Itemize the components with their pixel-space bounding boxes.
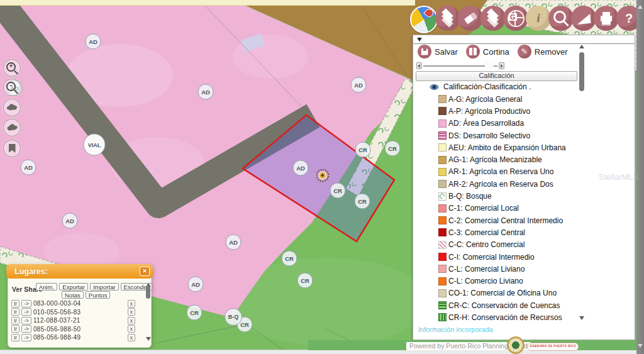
share-button[interactable]: -> (21, 334, 31, 341)
remove-row-button[interactable]: x (128, 308, 135, 316)
legend-item: C-3: Comercial Central (438, 226, 580, 238)
legend-swatch (438, 289, 447, 297)
add-bookmark-icon[interactable] (3, 140, 21, 157)
share-button[interactable]: -> (21, 317, 31, 324)
remove-row-button[interactable]: x (128, 325, 135, 333)
map-label-ad: AD (188, 277, 204, 292)
eraser-icon[interactable] (458, 6, 483, 31)
remove-row-button[interactable]: x (128, 334, 135, 341)
remove-row-button[interactable]: x (128, 317, 135, 324)
layers-panel: SalvarCortina✎Remover Calificación Calif… (413, 35, 635, 340)
map-label-ad: AD (351, 77, 367, 93)
legend-label: A-P: Agrícola Productivo (448, 107, 530, 116)
share-button[interactable]: -> (21, 325, 31, 333)
curtain-button[interactable]: Cortina (466, 45, 509, 58)
panel-scrollbar[interactable] (579, 43, 585, 328)
lugares-button-puntos[interactable]: Puntos (86, 291, 111, 299)
legend-title-row: Calificación-Clasificación . (430, 82, 531, 91)
visibility-eye-icon[interactable] (430, 84, 439, 90)
legend-swatch (438, 204, 447, 213)
map-label-ad: AD (198, 84, 214, 100)
legend-label: C-L: Comercio Liviano (448, 277, 523, 285)
zoom-in-icon[interactable]: + (3, 59, 21, 77)
scroll-thumb[interactable] (579, 52, 584, 91)
lugares-row: Ir->083-000-003-04x (6, 299, 153, 308)
save-button[interactable]: Salvar (418, 45, 458, 58)
slider-left-button[interactable] (416, 62, 422, 69)
legend-label: C-1: Comercial Local (448, 204, 519, 213)
slider-right-button[interactable] (499, 62, 504, 69)
layers-icon[interactable] (435, 6, 460, 31)
legend-swatch (438, 180, 447, 188)
legend-item: DS: Desarrollo Selectivo (438, 130, 580, 141)
share-button[interactable]: -> (21, 300, 31, 307)
go-button[interactable]: Ir (11, 325, 19, 333)
legend-swatch (438, 265, 447, 273)
opacity-slider[interactable] (416, 62, 504, 70)
lugares-button-anim[interactable]: Anim. (36, 283, 57, 290)
legend-item: C-L: Comercio Liviano (438, 275, 580, 287)
lugares-title: Lugares: (14, 267, 48, 276)
panel-collapse-bar[interactable] (413, 35, 635, 44)
map-label-cr: CR (297, 273, 313, 289)
legend-swatch (438, 216, 447, 224)
legend-item: C-I: Comercial Intermedio (438, 251, 580, 263)
map-edge-strip (0, 0, 415, 6)
scroll-down-icon[interactable] (579, 316, 584, 320)
remove-row-button[interactable]: x (128, 300, 135, 307)
informacion-incorporada-link[interactable]: Información incorporada (418, 326, 493, 333)
measure-icon[interactable] (571, 6, 596, 31)
pan-hand-icon[interactable] (3, 99, 21, 116)
lugares-button-importar[interactable]: Importar (90, 283, 118, 290)
legend-title: Calificación-Clasificación . (443, 82, 531, 91)
map-label-ad: AD (226, 235, 242, 250)
share-button[interactable]: -> (21, 308, 31, 316)
lugares-scrollbar[interactable] (145, 282, 151, 341)
calificacion-header[interactable]: Calificación (416, 71, 577, 81)
go-button[interactable]: Ir (11, 300, 19, 307)
map-label-ad: AD (86, 34, 101, 50)
layers-stack-icon[interactable] (480, 6, 506, 31)
lugares-button-exportar[interactable]: Exportar (59, 283, 88, 290)
lugares-header[interactable]: Lugares: ✕ (6, 264, 153, 279)
go-button[interactable]: Ir (11, 308, 19, 316)
legend-swatch (438, 156, 447, 164)
go-button[interactable]: Ir (11, 317, 19, 324)
scroll-up-icon[interactable] (638, 5, 643, 9)
slider-thumb[interactable] (485, 62, 494, 70)
google-basemap-icon[interactable] (410, 6, 438, 33)
map-label-cr: CR (187, 305, 203, 321)
map-label-cr: CR (355, 142, 371, 158)
legend-swatch (438, 143, 447, 152)
print-icon[interactable] (594, 6, 619, 31)
lugares-panel: Lugares: ✕ Ver Share Anim.ExportarImport… (6, 264, 153, 348)
map-label-ad: AD (21, 160, 36, 175)
legend-label: CO-1: Comercial de Oficina Uno (448, 289, 557, 297)
go-button[interactable]: Ir (11, 334, 19, 341)
lugares-button-notas[interactable]: Notas (62, 291, 84, 299)
map-label-cr: CR (282, 251, 297, 267)
status-bar: Powered by Puerto Rico Planning Board GO… (308, 340, 636, 350)
legend-label: AEU: Ambito de Expansión Urbana (448, 143, 566, 152)
scroll-up-icon[interactable] (579, 45, 584, 48)
gobierno-badge: GOBIERNO DE PUERTO RICO (527, 343, 579, 351)
legend-item: AEU: Ambito de Expansión Urbana (438, 141, 580, 153)
legend-label: AG-1: Agrícola Mecanizable (448, 155, 542, 164)
scroll-down-icon[interactable] (638, 344, 643, 348)
close-button[interactable]: ✕ (140, 267, 150, 276)
legend-item: AG-1: Agrícola Mecanizable (438, 153, 580, 165)
info-icon[interactable]: i (526, 6, 551, 31)
search-icon[interactable] (548, 6, 574, 31)
zoom-out-icon[interactable]: − (3, 79, 21, 96)
globe-g-icon[interactable]: G (503, 6, 528, 31)
legend-item: CO-1: Comercial de Oficina Uno (438, 287, 580, 299)
panel-actions: SalvarCortina✎Remover (418, 45, 576, 58)
select-hand-icon[interactable] (3, 119, 21, 136)
remove-button[interactable]: ✎Remover (518, 45, 568, 58)
legend-swatch (438, 192, 447, 201)
legend-item: C-1: Comercial Local (438, 202, 580, 214)
legend-label: C-3: Comercial Central (448, 228, 525, 237)
legend-swatch (438, 253, 447, 261)
scroll-down-icon[interactable] (146, 337, 151, 341)
scroll-thumb[interactable] (146, 285, 150, 299)
